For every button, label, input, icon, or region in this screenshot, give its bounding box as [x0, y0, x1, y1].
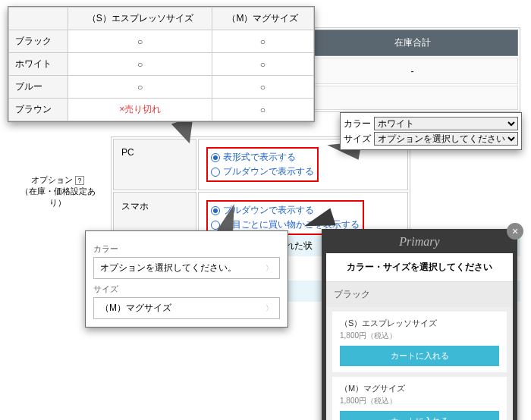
dd-label-size: サイズ: [93, 284, 280, 295]
grid-col-m: （M）マグサイズ: [212, 8, 313, 30]
mobile-logo: Primary: [326, 234, 513, 253]
mobile-modal-title: カラー・サイズを選択してください: [326, 253, 513, 282]
pc-options-highlight: 表形式で表示する プルダウンで表示する: [206, 147, 319, 182]
select-color[interactable]: ホワイト: [374, 117, 518, 130]
bg-th-total: 在庫合計: [306, 30, 518, 56]
select-size[interactable]: オプションを選択してください。: [374, 132, 518, 146]
mobile-pulldown-preview: カラー オプションを選択してください。〉 サイズ （M）マグサイズ〉: [85, 230, 288, 328]
add-to-cart-button[interactable]: カートに入れる: [340, 346, 499, 366]
radio-icon: [211, 168, 220, 177]
add-to-cart-button[interactable]: カートに入れる: [340, 411, 499, 420]
close-icon[interactable]: ×: [507, 223, 523, 240]
grid-row-black: ブラック: [9, 30, 68, 53]
grid-row-white: ホワイト: [9, 53, 68, 76]
help-icon[interactable]: ?: [75, 176, 84, 185]
dd-select-color[interactable]: オプションを選択してください。〉: [93, 257, 280, 279]
radio-icon: [211, 153, 220, 162]
select-label-size: サイズ: [344, 133, 371, 146]
dd-label-color: カラー: [93, 243, 280, 255]
settings-pc-label: PC: [113, 139, 196, 190]
grid-row-blue: ブルー: [9, 76, 68, 99]
radio-icon: [211, 206, 220, 215]
mobile-itemcart-preview: × Primary カラー・サイズを選択してください ブラック （S）エスプレッ…: [322, 229, 517, 420]
chevron-down-icon: 〉: [266, 263, 273, 274]
option-section-label: オプション ? （在庫・価格設定あり）: [12, 174, 103, 208]
mobile-item-m: （M）マグサイズ 1,800円（税込） カートに入れる: [332, 377, 507, 420]
pulldown-preview-popup: カラーホワイト サイズオプションを選択してください。: [340, 112, 522, 150]
grid-row-brown: ブラウン: [9, 99, 68, 121]
pc-option-table[interactable]: 表形式で表示する: [211, 150, 314, 165]
sold-out-cell: ×売り切れ: [68, 99, 212, 121]
pc-option-pulldown[interactable]: プルダウンで表示する: [211, 165, 314, 179]
grid-preview-popup: （S）エスプレッソサイズ（M）マグサイズ ブラック○○ ホワイト○○ ブルー○○…: [8, 6, 315, 122]
bg-td-dash: -: [306, 58, 518, 84]
select-label-color: カラー: [344, 118, 371, 130]
mobile-item-s: （S）エスプレッソサイズ 1,800円（税込） カートに入れる: [332, 312, 507, 372]
dd-select-size[interactable]: （M）マグサイズ〉: [93, 297, 280, 319]
grid-col-s: （S）エスプレッソサイズ: [68, 8, 212, 30]
mobile-category-black: ブラック: [326, 282, 513, 307]
chevron-down-icon: 〉: [266, 303, 273, 314]
